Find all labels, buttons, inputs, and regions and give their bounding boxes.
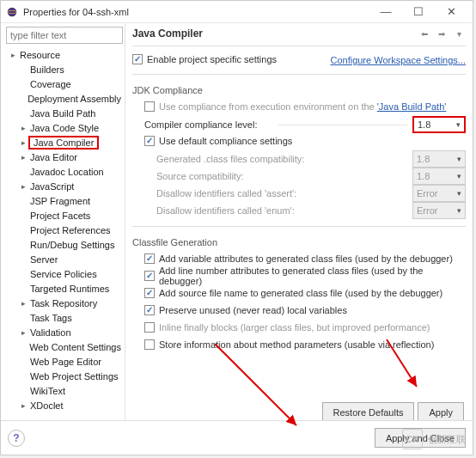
left-panel: ▸Resource BuildersCoverageDeployment Ass… [1, 23, 125, 420]
tree-item[interactable]: ▸Java Code Style [6, 120, 123, 135]
tree-item[interactable]: Targeted Runtimes [6, 281, 123, 296]
tree-item[interactable]: JSP Fragment [6, 193, 123, 208]
tree-item[interactable]: Run/Debug Settings [6, 237, 123, 252]
help-icon[interactable]: ? [8, 430, 25, 447]
tree-item[interactable]: Javadoc Location [6, 164, 123, 179]
filter-input[interactable] [6, 27, 123, 44]
tree-item[interactable]: ▸Validation [6, 325, 123, 339]
generated-class-compat-select: 1.8▾ [412, 150, 466, 168]
disallow-assert-label: Disallow identifiers called 'assert': [156, 188, 412, 198]
generated-class-compat-label: Generated .class files compatibility: [156, 154, 412, 164]
source-compat-select: 1.8▾ [412, 168, 466, 185]
tree-root[interactable]: ▸Resource [6, 47, 123, 62]
cf-line-numbers-label: Add line number attributes to generated … [159, 266, 466, 286]
cf-inline-finally-label: Inline finally blocks (larger class file… [159, 322, 430, 333]
tree-item[interactable]: Task Tags [6, 310, 123, 325]
tree-item[interactable]: ▸Java Editor [6, 150, 123, 164]
tree-item[interactable]: Web Page Editor [6, 354, 123, 369]
enable-project-specific-checkbox[interactable] [132, 54, 143, 64]
menu-icon[interactable]: ▾ [452, 27, 466, 40]
disallow-enum-label: Disallow identifiers called 'enum': [156, 205, 412, 216]
maximize-button[interactable]: ☐ [402, 3, 435, 21]
use-default-compliance-checkbox[interactable] [144, 136, 155, 146]
enable-project-specific-label: Enable project specific settings [147, 54, 277, 64]
cf-line-numbers-checkbox[interactable] [144, 271, 155, 281]
apply-button[interactable]: Apply [418, 402, 464, 420]
tree-item[interactable]: Builders [6, 62, 123, 76]
apply-and-close-button[interactable]: Apply and Close [375, 428, 466, 448]
tree-item[interactable]: Project References [6, 223, 123, 237]
compiler-compliance-label: Compiler compliance level: [144, 119, 273, 130]
cf-preserve-unused-label: Preserve unused (never read) local varia… [159, 305, 347, 315]
tree-item[interactable]: Coverage [6, 76, 123, 91]
use-compliance-env-checkbox [144, 101, 155, 112]
tree-item[interactable]: Web Project Settings [6, 369, 123, 383]
tree-item[interactable]: Project Facets [6, 208, 123, 223]
tree-item[interactable]: Web Content Settings [6, 339, 123, 354]
cf-inline-finally-checkbox[interactable] [144, 322, 155, 333]
minimize-button[interactable]: — [369, 3, 402, 21]
window-title: Properties for 04-ssh-xml [23, 7, 369, 17]
configure-workspace-link[interactable]: Configure Workspace Settings... [330, 55, 466, 65]
tree-item[interactable]: Java Build Path [6, 106, 123, 120]
property-tree[interactable]: ▸Resource BuildersCoverageDeployment Ass… [6, 47, 123, 418]
use-default-compliance-label: Use default compliance settings [159, 136, 292, 146]
cf-var-attrs-label: Add variable attributes to generated cla… [159, 253, 453, 264]
jdk-compliance-group: JDK Compliance [132, 85, 466, 95]
cf-preserve-unused-checkbox[interactable] [144, 305, 155, 315]
tree-item[interactable]: ▸JavaScript [6, 179, 123, 193]
cf-store-method-params-label: Store information about method parameter… [159, 339, 434, 350]
disallow-assert-select: Error▾ [412, 185, 466, 202]
disallow-enum-select: Error▾ [412, 202, 466, 219]
cf-var-attrs-checkbox[interactable] [144, 253, 155, 264]
restore-defaults-button[interactable]: Restore Defaults [322, 402, 415, 420]
back-icon[interactable]: ⬅ [418, 27, 431, 40]
cf-store-method-params-checkbox[interactable] [144, 339, 155, 350]
tree-item[interactable]: Server [6, 252, 123, 266]
tree-item[interactable]: ▸XDoclet [6, 398, 123, 412]
titlebar: Properties for 04-ssh-xml — ☐ ✕ [1, 1, 473, 23]
right-panel: Java Compiler ⬅ ➡ ▾ Enable project speci… [125, 23, 473, 420]
page-title: Java Compiler [132, 27, 418, 40]
tree-item[interactable]: ▸Task Repository [6, 296, 123, 310]
svg-point-0 [8, 7, 17, 16]
tree-item[interactable]: Service Policies [6, 266, 123, 281]
use-compliance-env-label: Use compliance from execution environmen… [159, 101, 446, 112]
source-compat-label: Source compatibility: [156, 171, 412, 181]
eclipse-icon [6, 6, 18, 18]
footer: ? Apply and Close [1, 420, 473, 455]
close-button[interactable]: ✕ [435, 3, 467, 21]
tree-item[interactable]: WikiText [6, 383, 123, 398]
compiler-compliance-select[interactable]: 1.8▾ [412, 116, 466, 133]
forward-icon[interactable]: ➡ [435, 27, 449, 40]
classfile-group: Classfile Generation [132, 237, 466, 247]
cf-source-file-label: Add source file name to generated class … [159, 288, 442, 298]
tree-item[interactable]: Deployment Assembly [6, 91, 123, 106]
tree-item[interactable]: ▸Java Compiler [6, 135, 123, 150]
cf-source-file-checkbox[interactable] [144, 288, 155, 298]
